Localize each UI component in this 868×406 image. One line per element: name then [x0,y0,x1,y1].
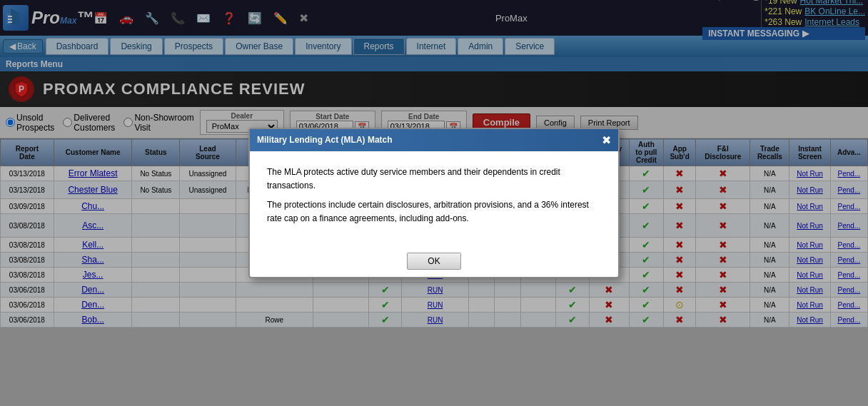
modal-footer: OK [250,245,618,277]
modal-ok-button[interactable]: OK [407,253,460,270]
modal-body-line1: The MLA protects active duty service mem… [267,166,601,193]
modal-body: The MLA protects active duty service mem… [250,151,618,246]
modal-title: Military Lending Act (MLA) Match [257,135,393,145]
modal-header: Military Lending Act (MLA) Match ✖ [250,129,618,151]
modal-overlay: Military Lending Act (MLA) Match ✖ The M… [0,0,868,328]
modal-close-button[interactable]: ✖ [602,133,611,147]
modal-body-line2: The protections include certain disclosu… [267,198,601,225]
mla-modal: Military Lending Act (MLA) Match ✖ The M… [248,128,620,279]
